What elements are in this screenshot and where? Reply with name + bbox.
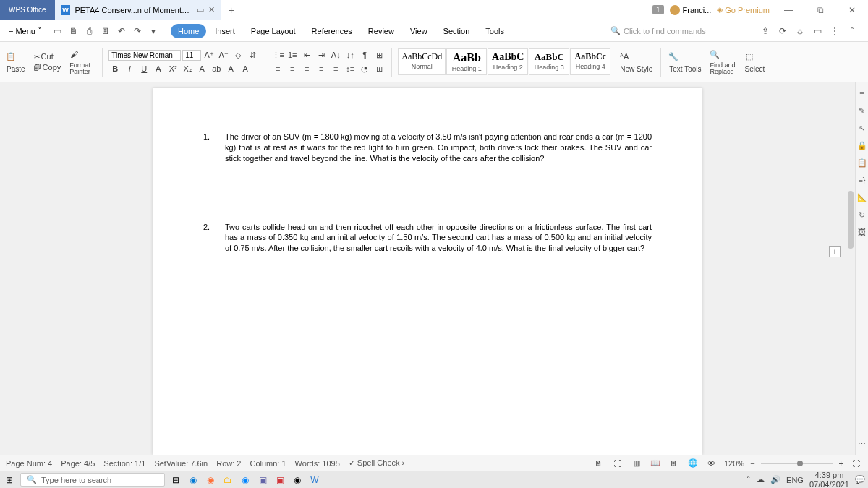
language-indicator[interactable]: ENG bbox=[786, 476, 804, 484]
style-heading3[interactable]: AaBbCHeading 3 bbox=[529, 48, 569, 75]
clear-format-icon[interactable]: ◇ bbox=[231, 48, 244, 61]
cursor-icon[interactable]: ↖ bbox=[857, 123, 867, 133]
tab-view[interactable]: View bbox=[403, 24, 435, 38]
font-family-select[interactable] bbox=[109, 50, 181, 61]
print-icon[interactable]: ⎙ bbox=[82, 24, 97, 38]
zoom-slider[interactable] bbox=[761, 463, 833, 464]
style-normal[interactable]: AaBbCcDdNormal bbox=[398, 48, 446, 75]
style-heading4[interactable]: AaBbCcHeading 4 bbox=[570, 48, 610, 75]
edit-icon[interactable]: ✎ bbox=[857, 106, 867, 116]
minimize-button[interactable]: — bbox=[775, 5, 801, 15]
view-fullpage-icon[interactable]: 🗏 bbox=[668, 457, 681, 470]
status-setvalue[interactable]: SetValue: 7.6in bbox=[154, 459, 208, 468]
go-premium-button[interactable]: ◈ Go Premium bbox=[717, 5, 770, 14]
messenger-icon[interactable]: ◉ bbox=[239, 474, 252, 487]
user-account[interactable]: Franci... bbox=[670, 5, 712, 15]
bold-icon[interactable]: B bbox=[109, 62, 122, 75]
clock[interactable]: 4:39 pm 07/04/2021 bbox=[809, 471, 849, 488]
status-row[interactable]: Row: 2 bbox=[216, 459, 241, 468]
explorer-icon[interactable]: 🗀 bbox=[221, 474, 234, 487]
bullets-icon[interactable]: ⋮≡ bbox=[271, 48, 284, 61]
tab-home[interactable]: Home bbox=[171, 24, 206, 38]
scroll-thumb[interactable] bbox=[848, 191, 854, 249]
text-tools-icon[interactable]: 🔧 bbox=[667, 51, 680, 64]
strikethrough-icon[interactable]: A̶ bbox=[152, 62, 165, 75]
zoom-value[interactable]: 120% bbox=[724, 459, 744, 468]
wps-taskbar-icon[interactable]: W bbox=[308, 474, 321, 487]
copy-button[interactable]: 🗐 Copy bbox=[32, 62, 64, 72]
window-icon[interactable]: ▭ bbox=[810, 24, 825, 38]
status-pagenum[interactable]: Page Num: 4 bbox=[6, 459, 52, 468]
cut-button[interactable]: ✂ Cut bbox=[32, 51, 64, 61]
tab-tools[interactable]: Tools bbox=[478, 24, 511, 38]
teams-icon[interactable]: ▣ bbox=[256, 474, 269, 487]
format-painter-button[interactable]: Format Painter bbox=[67, 61, 96, 76]
style-heading2[interactable]: AaBbCHeading 2 bbox=[488, 48, 528, 75]
open-icon[interactable]: ▭ bbox=[51, 24, 65, 38]
underline-icon[interactable]: U bbox=[137, 62, 150, 75]
italic-icon[interactable]: I bbox=[123, 62, 136, 75]
status-section[interactable]: Section: 1/1 bbox=[103, 459, 145, 468]
justify-icon[interactable]: ≡ bbox=[315, 62, 328, 75]
view-web-icon[interactable]: ▥ bbox=[630, 457, 643, 470]
align-center-icon[interactable]: ≡ bbox=[286, 62, 299, 75]
share-icon[interactable]: ⇪ bbox=[758, 24, 773, 38]
text-tools-button[interactable]: Text Tools bbox=[667, 64, 703, 74]
tab-insert[interactable]: Insert bbox=[208, 24, 242, 38]
eye-icon[interactable]: 👁 bbox=[705, 457, 718, 470]
undo-icon[interactable]: ↶ bbox=[114, 24, 129, 38]
section-add-handle[interactable]: + bbox=[829, 246, 841, 257]
page[interactable]: 1. The driver of an SUV (m = 1800 kg) mo… bbox=[153, 88, 702, 455]
view-web2-icon[interactable]: 🌐 bbox=[686, 457, 699, 470]
status-page[interactable]: Page: 4/5 bbox=[61, 459, 95, 468]
tab-page-layout[interactable]: Page Layout bbox=[244, 24, 303, 38]
collapse-ribbon-icon[interactable]: ˄ bbox=[845, 24, 859, 38]
notifications-icon[interactable]: 💬 bbox=[855, 475, 865, 484]
hamburger-menu[interactable]: ≡ Menu ˅ bbox=[6, 25, 45, 37]
collapse-icon[interactable]: ≡ bbox=[857, 88, 867, 98]
chrome-icon[interactable]: ◉ bbox=[291, 474, 304, 487]
taskbar-search[interactable]: 🔍 Type here to search bbox=[20, 473, 165, 487]
close-button[interactable]: ✕ bbox=[839, 5, 865, 15]
volume-icon[interactable]: 🔊 bbox=[770, 475, 780, 484]
view-read-icon[interactable]: 📖 bbox=[649, 457, 662, 470]
edge-icon[interactable]: ◉ bbox=[187, 474, 200, 487]
skin-icon[interactable]: ☼ bbox=[793, 24, 807, 38]
zoom-in-icon[interactable]: + bbox=[839, 459, 843, 468]
save-icon[interactable]: 🗎 bbox=[67, 24, 81, 38]
new-style-button[interactable]: New Style bbox=[618, 64, 655, 74]
borders-icon[interactable]: ⊞ bbox=[373, 62, 386, 75]
toggle-icon[interactable]: ⊞ bbox=[373, 48, 386, 61]
shading-icon[interactable]: ◔ bbox=[358, 62, 371, 75]
font-color-icon[interactable]: A bbox=[239, 62, 252, 75]
ruler-icon[interactable]: 📐 bbox=[857, 192, 867, 202]
view-print-icon[interactable]: 🗎 bbox=[592, 457, 605, 470]
distribute-icon[interactable]: ≡ bbox=[329, 62, 342, 75]
document-tab[interactable]: W PETA4 Conserv...n of Momentum ▭ ✕ bbox=[55, 0, 221, 20]
tray-chevron-icon[interactable]: ˄ bbox=[746, 475, 751, 484]
fit-icon[interactable]: ⛶ bbox=[849, 457, 862, 470]
notification-badge[interactable]: 1 bbox=[652, 5, 664, 14]
paste-icon[interactable]: 📋 bbox=[4, 51, 17, 64]
select-icon[interactable]: ⬚ bbox=[743, 51, 756, 64]
clipboard-icon[interactable]: 📋 bbox=[857, 158, 867, 168]
history-icon[interactable]: ↻ bbox=[857, 210, 867, 220]
format-painter-icon[interactable]: 🖌 bbox=[67, 48, 80, 61]
new-tab-button[interactable]: + bbox=[221, 0, 242, 20]
zoom-out-icon[interactable]: − bbox=[750, 459, 754, 468]
grow-font-icon[interactable]: A⁺ bbox=[203, 48, 216, 61]
line-spacing-icon[interactable]: ↕≡ bbox=[344, 62, 357, 75]
highlight-icon[interactable]: A bbox=[224, 62, 237, 75]
start-button[interactable]: ⊞ bbox=[3, 474, 16, 487]
tab-monitor-icon[interactable]: ▭ bbox=[197, 5, 204, 14]
style-heading1[interactable]: AaBbHeading 1 bbox=[446, 48, 487, 75]
view-outline-icon[interactable]: ⛶ bbox=[611, 457, 624, 470]
align-right-icon[interactable]: ≡ bbox=[300, 62, 313, 75]
command-search[interactable]: 🔍 Click to find commands bbox=[610, 26, 741, 35]
more-icon[interactable]: ⋮ bbox=[827, 24, 842, 38]
more-panes-icon[interactable]: ⋯ bbox=[857, 439, 867, 449]
status-words[interactable]: Words: 1095 bbox=[295, 459, 340, 468]
phonetic-icon[interactable]: ab bbox=[210, 62, 223, 75]
align-text-icon[interactable]: A↓ bbox=[329, 48, 342, 61]
spell-check-button[interactable]: ✓ Spell Check › bbox=[349, 458, 405, 468]
